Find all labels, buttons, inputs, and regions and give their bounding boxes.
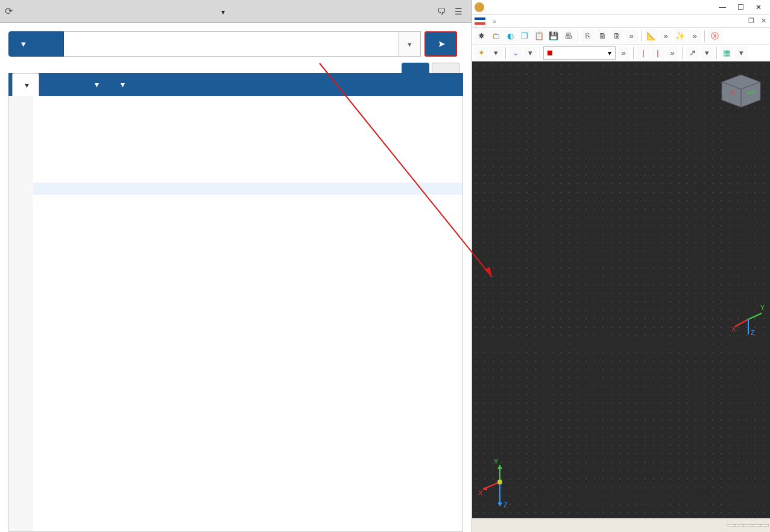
menu-more-icon[interactable]: » xyxy=(493,17,496,25)
maximize-button[interactable]: ☐ xyxy=(731,1,749,14)
top-toolbar: ⟳ ▾ 🗨 ☰ xyxy=(0,0,472,23)
tab-assertion[interactable]: ▾ xyxy=(109,73,134,96)
url-input[interactable] xyxy=(64,31,399,57)
wand-icon[interactable]: ✨ xyxy=(674,30,687,43)
environment-dropdown[interactable]: ▾ xyxy=(13,6,433,17)
app-icon xyxy=(475,2,484,12)
svg-text:Z: Z xyxy=(751,329,755,336)
doc1-icon[interactable]: 🗎 xyxy=(596,30,609,43)
grid-tool-icon[interactable]: ▦ xyxy=(720,46,733,60)
rfem-window: — ☐ ✕ » ❐ ✕ ✸ 🗀 ◐ ❒ 📋 💾 🖶 ⎘ 🗎 🗎 » 📐 » ✨ … xyxy=(472,0,770,532)
status-glines[interactable] xyxy=(752,524,760,527)
dd4-icon[interactable]: ▾ xyxy=(734,46,748,60)
svg-text:X: X xyxy=(731,325,736,333)
status-lgrid[interactable] xyxy=(743,524,752,527)
body-config-tabs: ▾ ▾ ▾ xyxy=(8,73,463,96)
tab-query-string[interactable] xyxy=(63,73,83,96)
language-flag-icon[interactable] xyxy=(475,17,485,25)
new-file-icon[interactable]: ✸ xyxy=(475,30,488,43)
overflow-icon[interactable]: » xyxy=(625,30,638,43)
tab-request[interactable] xyxy=(402,63,429,73)
axis-triad-bottom: X Y Z xyxy=(476,458,518,512)
svg-text:Y: Y xyxy=(760,304,765,311)
overflow5-icon[interactable]: » xyxy=(666,46,679,60)
chevron-down-icon: ▾ xyxy=(21,39,26,49)
refresh-icon[interactable]: ⟳ xyxy=(5,5,13,17)
svg-text:Z: Z xyxy=(503,501,508,509)
svg-line-2 xyxy=(735,319,748,327)
overflow2-icon[interactable]: » xyxy=(659,30,672,43)
spark-icon[interactable]: ✦ xyxy=(475,46,488,60)
save-icon[interactable]: 💾 xyxy=(547,30,560,43)
close-button[interactable]: ✕ xyxy=(749,1,768,14)
line-tool-icon[interactable]: ↗ xyxy=(686,46,699,60)
svg-marker-12 xyxy=(497,465,502,469)
code-area[interactable] xyxy=(33,96,462,531)
minimize-button[interactable]: — xyxy=(713,1,731,14)
request-row: ▾ ▾ ➤ xyxy=(0,23,472,59)
svg-point-17 xyxy=(497,480,502,484)
svg-marker-15 xyxy=(497,502,502,506)
send-button[interactable]: ➤ xyxy=(424,31,457,57)
cube-neg-x-label: -X xyxy=(728,89,735,96)
coord-system-combo[interactable]: ▾ xyxy=(543,46,616,60)
delete-icon[interactable]: ⓧ xyxy=(708,30,721,43)
measure-icon[interactable]: 📐 xyxy=(645,30,658,43)
overflow3-icon[interactable]: » xyxy=(688,30,701,43)
send-arrow-icon: ➤ xyxy=(438,39,446,49)
status-bar xyxy=(472,519,770,532)
menu-bar: » ❐ ✕ xyxy=(472,14,770,28)
dd3-icon[interactable]: ▾ xyxy=(700,46,713,60)
filter-icon[interactable]: ⌄ xyxy=(509,46,522,60)
messages-icon[interactable]: 🗨 xyxy=(433,7,450,16)
dd2-icon[interactable]: ▾ xyxy=(523,46,537,60)
tab-auth[interactable]: ▾ xyxy=(83,73,109,96)
axis1-icon[interactable]: | xyxy=(637,46,650,60)
main-toolbar: ✸ 🗀 ◐ ❒ 📋 💾 🖶 ⎘ 🗎 🗎 » 📐 » ✨ » ⓧ xyxy=(472,28,770,45)
url-history-dropdown[interactable]: ▾ xyxy=(399,31,421,57)
tab-xml[interactable]: ▾ xyxy=(12,73,39,96)
http-method-dropdown[interactable]: ▾ xyxy=(8,31,64,57)
chevron-down-icon: ▾ xyxy=(221,8,225,16)
status-grid[interactable] xyxy=(735,524,743,527)
nav-cube[interactable]: -X +Y xyxy=(716,69,764,111)
inner-close-icon[interactable]: ✕ xyxy=(759,17,768,25)
svg-text:X: X xyxy=(478,489,483,496)
dot-grid xyxy=(472,61,770,518)
chevron-down-icon: ▾ xyxy=(608,49,611,57)
cube-pos-y-label: +Y xyxy=(747,89,756,96)
dd1-icon[interactable]: ▾ xyxy=(489,46,502,60)
tab-response[interactable] xyxy=(432,63,459,73)
axis-triad-top: X Y Z xyxy=(730,301,766,337)
doc2-icon[interactable]: 🗎 xyxy=(610,30,623,43)
block-icon[interactable]: ❒ xyxy=(518,30,531,43)
restore-down-icon[interactable]: ❐ xyxy=(747,17,756,25)
request-response-tabs xyxy=(402,63,472,73)
api-client-panel: ⟳ ▾ 🗨 ☰ ▾ ▾ ➤ ▾ ▾ xyxy=(0,0,472,532)
window-titlebar: — ☐ ✕ xyxy=(472,0,770,14)
copy-icon[interactable]: ⎘ xyxy=(581,30,595,43)
paste-icon[interactable]: 📋 xyxy=(532,30,546,43)
cloud-icon[interactable]: ◐ xyxy=(503,30,517,43)
svg-line-4 xyxy=(748,313,762,319)
status-osnap[interactable] xyxy=(760,524,769,527)
tab-headers[interactable] xyxy=(43,73,63,96)
print-icon[interactable]: 🖶 xyxy=(561,30,575,43)
axis2-icon[interactable]: | xyxy=(651,46,664,60)
svg-text:Y: Y xyxy=(494,458,499,465)
overflow4-icon[interactable]: » xyxy=(617,46,630,60)
line-gutter xyxy=(9,96,33,531)
model-viewport[interactable]: -X +Y X Y Z X Y Z xyxy=(472,61,770,519)
hamburger-icon[interactable]: ☰ xyxy=(450,7,467,16)
open-folder-icon[interactable]: 🗀 xyxy=(489,30,502,43)
code-editor[interactable] xyxy=(8,96,463,532)
status-snap[interactable] xyxy=(727,524,735,527)
secondary-toolbar: ✦ ▾ ⌄ ▾ ▾ » | | » ↗ ▾ ▦ ▾ xyxy=(472,45,770,61)
